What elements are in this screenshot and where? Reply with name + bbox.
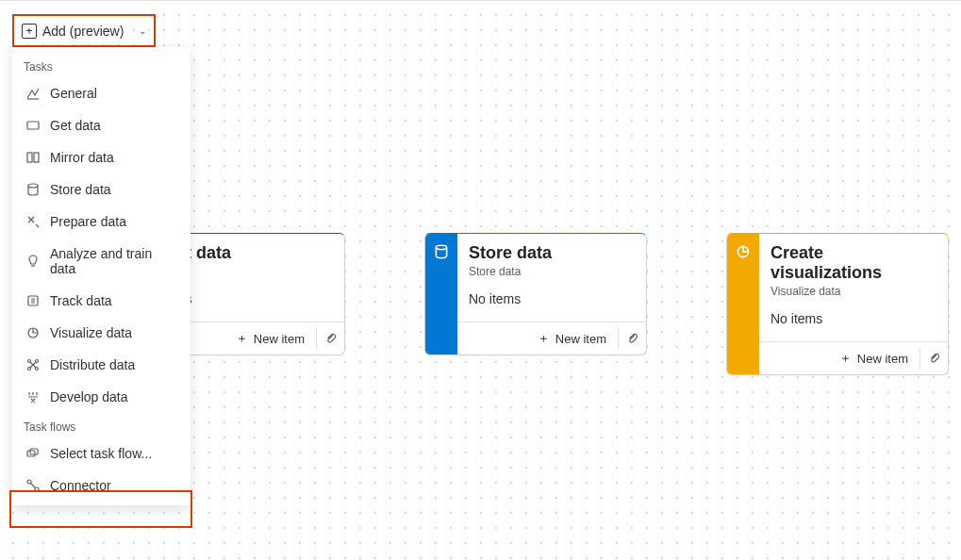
menu-item-connector[interactable]: Connector [12,469,191,502]
develop-icon [25,389,41,404]
svg-point-13 [35,487,39,491]
plus-icon: ＋ [538,330,550,347]
menu-item-select-task-flow[interactable]: Select task flow... [12,437,191,469]
card-store-data[interactable]: Store data Store data No items ＋ New ite… [424,233,647,355]
svg-point-3 [28,184,38,188]
menu-item-label: Store data [50,182,111,197]
menu-item-track-data[interactable]: Track data [12,285,191,317]
card-subtitle: Visualize data [770,285,936,298]
card-subtitle: ta [167,265,333,278]
menu-item-label: Develop data [50,389,128,404]
attach-icon [626,332,639,345]
menu-item-mirror-data[interactable]: Mirror data [12,141,191,173]
add-dropdown-menu: Tasks General Get data Mirror data Store… [12,47,191,505]
menu-item-label: Track data [50,293,112,308]
menu-item-label: Visualize data [50,325,132,340]
chevron-down-icon: ⌄ [139,25,146,36]
plus-icon: ＋ [236,330,248,347]
new-item-label: New item [857,352,908,366]
new-item-button[interactable]: ＋ New item [228,326,312,351]
card-stripe [425,234,457,354]
card-subtitle: Store data [469,265,635,278]
connector-icon [25,478,41,493]
taskflows-section-label: Task flows [12,413,191,437]
plus-icon: ＋ [839,350,852,367]
svg-rect-0 [27,122,39,129]
card-status: ems [167,291,333,306]
menu-item-label: Mirror data [50,150,114,165]
new-item-label: New item [254,332,305,346]
menu-item-general[interactable]: General [12,77,191,109]
svg-rect-10 [27,451,35,456]
prepare-data-icon [25,214,41,229]
task-flow-icon [25,446,41,461]
attach-button[interactable] [316,327,339,350]
attach-button[interactable] [920,347,942,370]
new-item-label: New item [555,332,606,346]
menu-item-label: Select task flow... [50,446,152,461]
menu-item-prepare-data[interactable]: Prepare data [12,206,191,238]
menu-item-distribute-data[interactable]: Distribute data [12,349,191,381]
store-data-icon [25,182,41,197]
pie-chart-icon [735,243,752,260]
database-icon [433,243,450,260]
card-create-visualizations[interactable]: Create visualizations Visualize data No … [726,233,949,375]
menu-item-get-data[interactable]: Get data [12,109,191,141]
svg-point-12 [27,480,31,484]
attach-icon [928,352,941,365]
tasks-section-label: Tasks [12,53,191,77]
card-status: No items [469,291,635,306]
top-divider [0,0,961,1]
svg-rect-11 [30,449,38,454]
menu-item-label: Get data [50,118,101,133]
plus-icon: + [22,24,37,39]
add-button-label: Add (preview) [42,24,124,39]
menu-item-label: Prepare data [50,214,126,229]
menu-item-label: Distribute data [50,357,135,372]
get-data-icon [25,118,41,133]
menu-item-label: General [50,86,97,101]
attach-button[interactable] [618,327,640,350]
menu-item-store-data[interactable]: Store data [12,173,191,206]
card-title: ect data [167,243,333,263]
distribute-icon [25,357,41,372]
svg-rect-2 [34,153,39,162]
menu-item-analyze-train[interactable]: Analyze and train data [12,238,191,285]
menu-item-develop-data[interactable]: Develop data [12,381,191,413]
card-title: Create visualizations [770,243,936,283]
new-item-button[interactable]: ＋ New item [832,346,916,371]
new-item-button[interactable]: ＋ New item [530,326,614,351]
analyze-icon [25,254,41,269]
visualize-icon [25,325,41,340]
card-stripe [727,234,759,374]
add-button-highlight: + Add (preview) ⌄ [12,14,156,47]
menu-item-label: Analyze and train data [50,246,177,276]
track-data-icon [25,293,41,308]
menu-item-visualize-data[interactable]: Visualize data [12,317,191,349]
add-preview-button[interactable]: + Add (preview) ⌄ [14,20,154,42]
card-status: No items [770,311,936,326]
attach-icon [324,332,338,345]
card-title: Store data [469,243,635,263]
svg-point-15 [436,245,446,250]
svg-rect-1 [27,153,32,162]
general-icon [25,86,41,101]
mirror-data-icon [25,150,41,165]
menu-item-label: Connector [50,478,111,493]
